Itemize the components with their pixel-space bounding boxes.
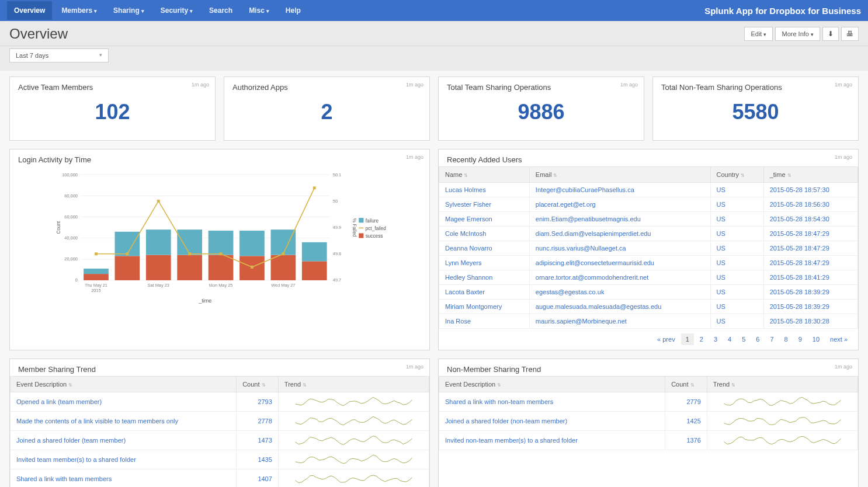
edit-button[interactable]: Edit ▾ <box>744 27 773 41</box>
sparkline-cell <box>278 469 429 488</box>
table-header[interactable]: Country⇅ <box>710 167 763 183</box>
pager-prev[interactable]: « prev <box>652 333 680 345</box>
chevron-down-icon: ▾ <box>763 32 766 37</box>
table-cell: 2015-05-28 18:47:29 <box>763 256 857 270</box>
nav-members[interactable]: Members▾ <box>54 1 104 20</box>
event-description: Shared a link with team members <box>11 469 237 488</box>
nav-overview[interactable]: Overview <box>7 1 52 20</box>
table-row[interactable]: Lucas HolmesInteger@cubiliaCuraePhasellu… <box>439 183 858 197</box>
table-row[interactable]: Deanna Novarronunc.risus.varius@Nullaege… <box>439 241 858 256</box>
pager-page[interactable]: 4 <box>723 333 736 345</box>
pager-page[interactable]: 6 <box>751 333 764 345</box>
table-header[interactable]: Email⇅ <box>529 167 710 183</box>
table-cell: Integer@cubiliaCuraePhasellus.ca <box>529 183 710 197</box>
event-description: Invited non-team member(s) to a shared f… <box>439 431 665 450</box>
metric-value: 9886 <box>439 94 644 140</box>
table-row[interactable]: Lacota Baxteregestas@egestas.co.ukUS2015… <box>439 285 858 300</box>
panel-title: Member Sharing Trend <box>10 359 429 376</box>
event-description: Joined a shared folder (team member) <box>11 431 237 450</box>
table-row[interactable]: Opened a link (team member)2793 <box>11 392 429 412</box>
svg-text:Count: Count <box>56 221 61 234</box>
table-cell: US <box>710 212 763 227</box>
table-cell: egestas@egestas.co.uk <box>529 285 710 300</box>
more-info-button[interactable]: More Info ▾ <box>775 27 820 41</box>
table-row[interactable]: Shared a link with team members1407 <box>11 469 429 488</box>
svg-rect-21 <box>146 255 171 280</box>
table-row[interactable]: Lynn Meyersadipiscing.elit@consectetuerm… <box>439 256 858 270</box>
svg-rect-26 <box>209 231 234 255</box>
table-row[interactable]: Ina Rosemauris.sapien@Morbineque.netUS20… <box>439 314 858 329</box>
svg-text:100,000: 100,000 <box>62 172 78 178</box>
table-header[interactable]: Count⇅ <box>665 377 707 392</box>
table-row[interactable]: Joined a shared folder (non-team member)… <box>439 412 858 431</box>
svg-text:49.7: 49.7 <box>333 277 341 283</box>
svg-rect-29 <box>270 255 296 280</box>
panel-timestamp: 1m ago <box>406 364 423 370</box>
table-header[interactable]: Event Description⇅ <box>11 377 237 392</box>
table-row[interactable]: Magee Emersonenim.Etiam@penatibusetmagni… <box>439 212 858 227</box>
table-cell: Deanna Novarro <box>439 241 530 256</box>
table-row[interactable]: Invited non-team member(s) to a shared f… <box>439 431 858 450</box>
print-button[interactable]: 🖶 <box>841 27 859 41</box>
pager-page[interactable]: 10 <box>808 333 824 345</box>
nav-misc[interactable]: Misc▾ <box>242 1 276 20</box>
pager-page[interactable]: 9 <box>794 333 807 345</box>
table-cell: US <box>710 300 763 314</box>
row-trends: Member Sharing Trend 1m ago Event Descri… <box>9 359 859 487</box>
svg-text:Mon May 25: Mon May 25 <box>209 283 233 288</box>
recent-users-pager: « prev12345678910next » <box>439 329 858 350</box>
metric-value: 5580 <box>653 94 858 140</box>
nav-label: Search <box>209 6 232 15</box>
svg-text:60,000: 60,000 <box>64 214 78 220</box>
svg-rect-20 <box>115 232 140 256</box>
nav-search[interactable]: Search <box>202 1 239 20</box>
table-cell: placerat.eget@et.org <box>529 197 710 212</box>
svg-rect-49 <box>359 218 363 222</box>
nav-label: Help <box>286 6 301 15</box>
login-activity-chart[interactable]: 020,00040,00060,00080,000100,00049.749.8… <box>18 170 421 304</box>
table-cell: 2015-05-28 18:41:29 <box>763 270 857 285</box>
pager-page[interactable]: 8 <box>780 333 793 345</box>
export-button[interactable]: ⬇ <box>822 27 839 41</box>
table-header[interactable]: Count⇅ <box>237 377 279 392</box>
timerange-picker[interactable]: Last 7 days ▾ <box>9 48 109 62</box>
nav-help[interactable]: Help <box>279 1 308 20</box>
table-row[interactable]: Hedley Shannonornare.tortor.at@commodohe… <box>439 270 858 285</box>
pager-next[interactable]: next » <box>825 333 852 345</box>
table-row[interactable]: Shared a link with non-team members2779 <box>439 392 858 412</box>
page-title: Overview <box>9 26 68 42</box>
table-cell: 2015-05-28 18:47:29 <box>763 241 857 256</box>
nonmember-trend-panel: Non-Member Sharing Trend 1m ago Event De… <box>438 359 859 487</box>
table-cell: Hedley Shannon <box>439 270 530 285</box>
pager-page[interactable]: 5 <box>737 333 750 345</box>
table-cell: 2015-05-28 18:57:30 <box>763 183 857 197</box>
table-header[interactable]: Trend⇅ <box>707 377 857 392</box>
table-cell: Magee Emerson <box>439 212 530 227</box>
pager-page[interactable]: 2 <box>695 333 708 345</box>
nav-security[interactable]: Security▾ <box>154 1 200 20</box>
table-row[interactable]: Cole McIntoshdiam.Sed.diam@velsapienimpe… <box>439 227 858 241</box>
event-count: 2793 <box>237 392 279 412</box>
timerange-label: Last 7 days <box>16 52 48 59</box>
table-row[interactable]: Invited team member(s) to a shared folde… <box>11 450 429 469</box>
table-row[interactable]: Joined a shared folder (team member)1473 <box>11 431 429 450</box>
metric-value: 2 <box>224 94 429 140</box>
table-header[interactable]: Name⇅ <box>439 167 530 183</box>
pager-page[interactable]: 3 <box>709 333 722 345</box>
sparkline-cell <box>707 431 857 450</box>
nav-sharing[interactable]: Sharing▾ <box>106 1 151 20</box>
table-header[interactable]: Trend⇅ <box>278 377 429 392</box>
table-row[interactable]: Made the contents of a link visible to t… <box>11 412 429 431</box>
pager-page[interactable]: 7 <box>765 333 778 345</box>
panel-timestamp: 1m ago <box>406 154 423 160</box>
svg-rect-39 <box>282 252 284 255</box>
table-cell: Cole McIntosh <box>439 227 530 241</box>
page-header: Overview Edit ▾ More Info ▾ ⬇ 🖶 <box>0 21 868 46</box>
table-header[interactable]: Event Description⇅ <box>439 377 665 392</box>
pager-page[interactable]: 1 <box>681 333 694 345</box>
table-row[interactable]: Sylvester Fisherplacerat.eget@et.orgUS20… <box>439 197 858 212</box>
chevron-down-icon: ▾ <box>266 8 269 14</box>
svg-rect-33 <box>95 252 98 255</box>
table-header[interactable]: _time⇅ <box>763 167 857 183</box>
table-row[interactable]: Miriam Montgomeryaugue.malesuada.malesua… <box>439 300 858 314</box>
